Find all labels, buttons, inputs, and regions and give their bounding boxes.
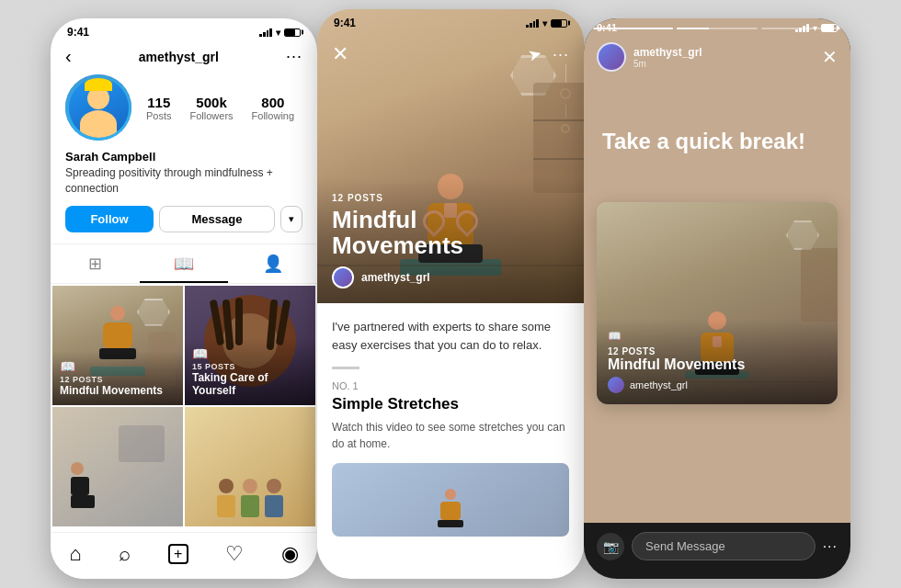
story-header-left: amethyst_grl 5m <box>597 42 702 72</box>
content-grid: 📖 12 POSTS Mindful Movements <box>51 284 317 528</box>
story-username: amethyst_grl <box>633 46 702 59</box>
create-nav-button[interactable]: + <box>168 544 188 564</box>
tab-tagged[interactable]: 👤 <box>228 244 317 283</box>
guide-title: Mindful Movements <box>332 207 569 259</box>
grid-item-2[interactable]: 📖 15 POSTS Taking Care of Yourself <box>185 286 315 405</box>
status-icons-1: ▾ <box>259 28 301 38</box>
item-number: NO. 1 <box>332 380 569 391</box>
tab-grid[interactable]: ⊞ <box>51 244 140 283</box>
guide-icon-2: 📖 <box>192 346 208 361</box>
grid-item-1[interactable]: 📖 12 POSTS Mindful Movements <box>52 286 183 405</box>
story-bottom-bar: 📷 Send Message ··· <box>584 523 850 579</box>
followers-count: 500k <box>190 95 234 110</box>
wifi-icon-3: ▾ <box>813 23 817 33</box>
status-icons-3: ▾ <box>795 23 838 33</box>
posts-count: 115 <box>146 95 172 110</box>
signal-icon-3 <box>795 24 809 32</box>
following-count: 800 <box>252 95 294 110</box>
shelf-decoration <box>533 83 584 193</box>
profile-stats: 115 Posts 500k Followers 800 Following <box>146 95 294 121</box>
profile-description: Spreading positivity through mindfulness… <box>65 165 302 197</box>
guide-author-name: amethyst_grl <box>361 271 430 284</box>
guide-icon-1: 📖 <box>60 359 75 374</box>
grid-item-4[interactable] <box>185 407 315 526</box>
signal-icon <box>259 28 272 37</box>
divider <box>332 367 359 369</box>
profile-avatar <box>65 74 131 141</box>
close-story-button[interactable]: ✕ <box>822 46 838 68</box>
story-user-info: amethyst_grl 5m <box>633 46 702 69</box>
profile-tabs: ⊞ 📖 👤 <box>51 243 317 284</box>
header-right-actions: ➤ ··· <box>528 44 569 64</box>
more-button-2[interactable]: ··· <box>553 45 569 64</box>
profile-name: Sarah Campbell <box>65 150 302 164</box>
guide-posts-count: 12 POSTS <box>332 193 569 203</box>
status-time-2: 9:41 <box>334 17 356 29</box>
battery-icon-3 <box>821 24 838 32</box>
card-posts-count: 12 POSTS <box>608 346 827 356</box>
phones-container: 9:41 ▾ ‹ amethyst_grl ··· <box>0 0 901 588</box>
send-message-input[interactable]: Send Message <box>632 532 815 560</box>
profile-header: ‹ amethyst_grl ··· <box>51 42 317 74</box>
follow-button[interactable]: Follow <box>65 206 154 232</box>
back-button[interactable]: ‹ <box>65 46 72 67</box>
tagged-tab-icon: 👤 <box>263 254 283 274</box>
heart-nav-icon[interactable]: ♡ <box>225 542 244 566</box>
grid-title-1: Mindful Movements <box>60 384 176 397</box>
item-description: Watch this video to see some stretches y… <box>332 419 569 452</box>
video-thumbnail[interactable] <box>332 463 569 537</box>
search-nav-icon[interactable]: ⌕ <box>119 542 131 566</box>
profile-nav-icon[interactable]: ◉ <box>281 542 299 566</box>
card-guide-icon: 📖 <box>608 330 827 343</box>
phone-story: amethyst_grl 5m ✕ 9:41 ▾ <box>584 18 850 579</box>
status-time-3: 9:41 <box>597 22 617 33</box>
grid-item-1-overlay: 📖 12 POSTS Mindful Movements <box>52 351 183 404</box>
status-bar-3: 9:41 ▾ <box>597 22 838 33</box>
stat-following: 800 Following <box>252 95 294 121</box>
posts-label: Posts <box>146 110 172 121</box>
phone-profile: 9:41 ▾ ‹ amethyst_grl ··· <box>51 18 317 579</box>
camera-button[interactable]: 📷 <box>597 533 624 560</box>
card-shelf <box>801 248 838 322</box>
profile-bio: Sarah Campbell Spreading positivity thro… <box>51 150 317 206</box>
status-icons-2: ▾ <box>526 18 567 28</box>
card-overlay: 📖 12 POSTS Mindful Movements amethyst_gr… <box>597 319 838 404</box>
guide-author-avatar <box>332 266 354 288</box>
close-button-2[interactable]: ✕ <box>332 42 348 66</box>
followers-label: Followers <box>190 110 234 121</box>
story-headline: Take a quick break! <box>602 129 832 155</box>
guide-body: I've partnered with experts to share som… <box>317 303 584 551</box>
grid-item-3[interactable] <box>52 407 183 526</box>
send-message-placeholder: Send Message <box>645 539 725 553</box>
guide-description: I've partnered with experts to share som… <box>332 318 569 354</box>
card-title: Mindful Movements <box>608 356 827 373</box>
grid-posts-1: 12 POSTS <box>60 375 176 384</box>
signal-icon-2 <box>526 18 539 28</box>
status-time-1: 9:41 <box>67 26 89 39</box>
wifi-icon-2: ▾ <box>542 18 547 28</box>
item-title: Simple Stretches <box>332 395 569 413</box>
story-user-avatar[interactable] <box>597 42 626 72</box>
story-time: 5m <box>633 59 702 69</box>
dropdown-button[interactable]: ▾ <box>280 206 302 232</box>
story-guide-card[interactable]: 📖 12 POSTS Mindful Movements amethyst_gr… <box>597 202 838 404</box>
grid-item-2-overlay: 📖 15 POSTS Taking Care of Yourself <box>185 338 315 405</box>
story-more-options[interactable]: ··· <box>823 538 838 555</box>
send-icon[interactable]: ➤ <box>525 42 543 65</box>
status-bar-2: 9:41 ▾ <box>317 9 584 33</box>
grid-tab-icon: ⊞ <box>88 254 102 274</box>
card-author-name: amethyst_grl <box>630 379 688 390</box>
phone-guide-detail: 9:41 ▾ ✕ ➤ ··· <box>317 9 584 579</box>
home-nav-icon[interactable]: ⌂ <box>69 542 81 566</box>
card-author-avatar <box>608 377 624 393</box>
grid-posts-2: 15 POSTS <box>192 362 308 371</box>
profile-username: amethyst_grl <box>139 50 219 64</box>
bottom-nav: ⌂ ⌕ + ♡ ◉ <box>51 532 317 579</box>
stat-posts: 115 Posts <box>146 95 172 121</box>
profile-actions: Follow Message ▾ <box>51 206 317 243</box>
tab-guides[interactable]: 📖 <box>140 244 229 283</box>
guides-tab-icon: 📖 <box>174 254 194 274</box>
grid-title-2: Taking Care of Yourself <box>192 371 308 398</box>
message-button[interactable]: Message <box>159 206 275 232</box>
more-options-button[interactable]: ··· <box>286 47 302 66</box>
